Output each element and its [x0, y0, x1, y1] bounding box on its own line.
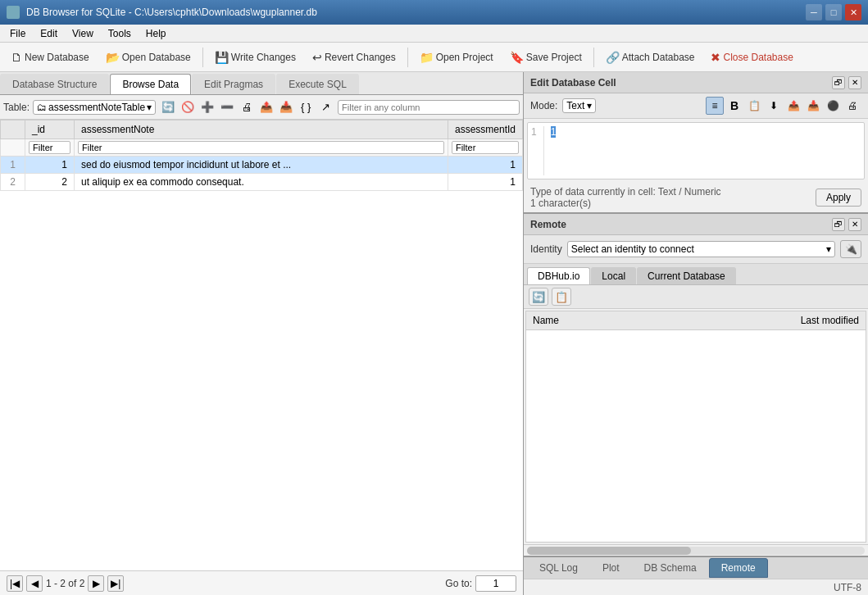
new-record-button[interactable]: ➕ — [198, 98, 216, 116]
bottom-tab-remote[interactable]: Remote — [709, 558, 768, 578]
close-button[interactable]: ✕ — [845, 4, 861, 20]
cell-assid[interactable]: 1 — [448, 174, 522, 191]
import-csv-button[interactable]: 📥 — [277, 98, 295, 116]
write-changes-button[interactable]: 💾 Write Changes — [207, 48, 303, 67]
prev-page-button[interactable]: ◀ — [26, 575, 43, 592]
remote-refresh-button[interactable]: 🔄 — [529, 288, 548, 306]
connect-icon: 🔌 — [845, 243, 857, 255]
mode-copy-button[interactable]: 📋 — [745, 97, 763, 115]
mode-paste-button[interactable]: ⬇ — [765, 97, 783, 115]
filter-assid[interactable] — [448, 139, 522, 157]
mode-selector[interactable]: Text ▾ — [562, 98, 596, 113]
mode-print-button[interactable]: 🖨 — [843, 97, 861, 115]
edit-cell-panel: Edit Database Cell 🗗 ✕ Mode: Text ▾ ≡ B … — [524, 72, 868, 214]
filter-assid-input[interactable] — [452, 141, 519, 154]
menu-help[interactable]: Help — [139, 26, 173, 41]
filter-note[interactable] — [75, 139, 448, 157]
apply-button[interactable]: Apply — [816, 188, 861, 207]
table-selector[interactable]: 🗂 assessmentNoteTable ▾ — [33, 100, 156, 115]
edit-cell-title: Edit Database Cell — [530, 77, 616, 89]
remote-tab-current-db[interactable]: Current Database — [637, 267, 736, 284]
h-scroll-thumb[interactable] — [527, 547, 691, 555]
tab-browse-data[interactable]: Browse Data — [110, 74, 191, 94]
cell-assid[interactable]: 1 — [448, 157, 522, 174]
mode-import-button[interactable]: 📥 — [804, 97, 822, 115]
delete-record-button[interactable]: ➖ — [218, 98, 236, 116]
menu-view[interactable]: View — [66, 26, 100, 41]
cell-id[interactable]: 2 — [25, 174, 75, 191]
export-csv-button[interactable]: 📤 — [257, 98, 275, 116]
print-button[interactable]: 🖨 — [238, 98, 256, 116]
identity-placeholder: Select an identity to connect — [571, 243, 694, 255]
cell-id[interactable]: 1 — [25, 157, 75, 174]
tab-database-structure[interactable]: Database Structure — [0, 74, 109, 94]
remote-float-button[interactable]: 🗗 — [832, 218, 845, 231]
cell-editor: 1 1 — [527, 122, 865, 179]
filter-note-input[interactable] — [78, 141, 444, 154]
remote-tab-dbhub[interactable]: DBHub.io — [527, 267, 590, 284]
identity-selector[interactable]: Select an identity to connect ▾ — [567, 241, 835, 257]
col-header-assid[interactable]: assessmentId — [448, 120, 522, 139]
open-db-icon: 📂 — [106, 51, 120, 64]
identity-connect-button[interactable]: 🔌 — [840, 240, 861, 258]
last-page-button[interactable]: ▶| — [107, 575, 124, 592]
edit-cell-close-button[interactable]: ✕ — [848, 76, 861, 89]
menu-file[interactable]: File — [3, 26, 32, 41]
maximize-button[interactable]: □ — [825, 4, 842, 20]
remote-copy-button[interactable]: 📋 — [552, 288, 571, 306]
jump-button[interactable]: ↗ — [316, 98, 334, 116]
close-database-button[interactable]: ✖ Close Database — [703, 48, 800, 67]
minimize-button[interactable]: ─ — [806, 4, 822, 20]
cell-content[interactable]: 1 — [551, 126, 861, 175]
mode-indent-button[interactable]: B — [725, 97, 743, 115]
remote-col-name-header: Name — [533, 315, 801, 326]
edit-cell-float-button[interactable]: 🗗 — [832, 76, 845, 89]
pagination-bar: |◀ ◀ 1 - 2 of 2 ▶ ▶| Go to: — [0, 570, 523, 595]
menu-tools[interactable]: Tools — [102, 26, 138, 41]
goto-input[interactable] — [475, 575, 516, 592]
mode-dropdown-icon: ▾ — [587, 100, 592, 111]
remote-tab-local[interactable]: Local — [591, 267, 636, 284]
mode-word-wrap-button[interactable]: ≡ — [706, 97, 724, 115]
save-project-button[interactable]: 🔖 Save Project — [502, 48, 589, 67]
h-scroll-track[interactable] — [527, 547, 865, 555]
cell-note[interactable]: ut aliquip ex ea commodo consequat. — [75, 174, 448, 191]
table-icon: 🗂 — [37, 102, 47, 113]
mode-null-button[interactable]: ⚫ — [824, 97, 842, 115]
new-database-button[interactable]: 🗋 New Database — [3, 48, 97, 67]
edit-cell-header: Edit Database Cell 🗗 ✕ — [524, 72, 868, 93]
col-header-note[interactable]: assessmentNote — [75, 120, 448, 139]
menu-edit[interactable]: Edit — [34, 26, 64, 41]
table-row[interactable]: 2 2 ut aliquip ex ea commodo consequat. … — [1, 174, 523, 191]
horizontal-scrollbar[interactable] — [524, 544, 868, 556]
filter-id-input[interactable] — [29, 141, 70, 154]
column-filter-input[interactable] — [338, 100, 520, 115]
remote-close-button[interactable]: ✕ — [848, 218, 861, 231]
identity-bar: Identity Select an identity to connect ▾… — [524, 235, 868, 264]
row-filter-num — [1, 139, 25, 157]
titlebar: DB Browser for SQLite - C:\Users\cphtk\D… — [0, 0, 868, 25]
mode-export-button[interactable]: 📤 — [784, 97, 802, 115]
bottom-tab-sql-log[interactable]: SQL Log — [527, 558, 590, 578]
table-row[interactable]: 1 1 sed do eiusmod tempor incididunt ut … — [1, 157, 523, 174]
tab-edit-pragmas[interactable]: Edit Pragmas — [192, 74, 275, 94]
right-panel: Edit Database Cell 🗗 ✕ Mode: Text ▾ ≡ B … — [524, 72, 868, 595]
mode-toolbar: ≡ B 📋 ⬇ 📤 📥 ⚫ 🖨 — [706, 97, 861, 115]
bottom-tab-db-schema[interactable]: DB Schema — [632, 558, 709, 578]
open-database-button[interactable]: 📂 Open Database — [98, 48, 198, 67]
cell-note[interactable]: sed do eiusmod tempor incididunt ut labo… — [75, 157, 448, 174]
bottom-tabs: SQL Log Plot DB Schema Remote — [524, 556, 868, 579]
col-header-id[interactable]: _id — [25, 120, 75, 139]
tab-execute-sql[interactable]: Execute SQL — [276, 74, 359, 94]
export-json-button[interactable]: { } — [297, 98, 315, 116]
attach-database-button[interactable]: 🔗 Attach Database — [598, 48, 702, 67]
filter-id[interactable] — [25, 139, 75, 157]
refresh-table-button[interactable]: 🔄 — [159, 98, 177, 116]
next-page-button[interactable]: ▶ — [88, 575, 104, 592]
clear-filter-button[interactable]: 🚫 — [179, 98, 197, 116]
goto-label: Go to: — [445, 578, 472, 589]
open-project-button[interactable]: 📁 Open Project — [412, 48, 501, 67]
revert-changes-button[interactable]: ↩ Revert Changes — [305, 48, 403, 67]
bottom-tab-plot[interactable]: Plot — [590, 558, 632, 578]
first-page-button[interactable]: |◀ — [7, 575, 23, 592]
